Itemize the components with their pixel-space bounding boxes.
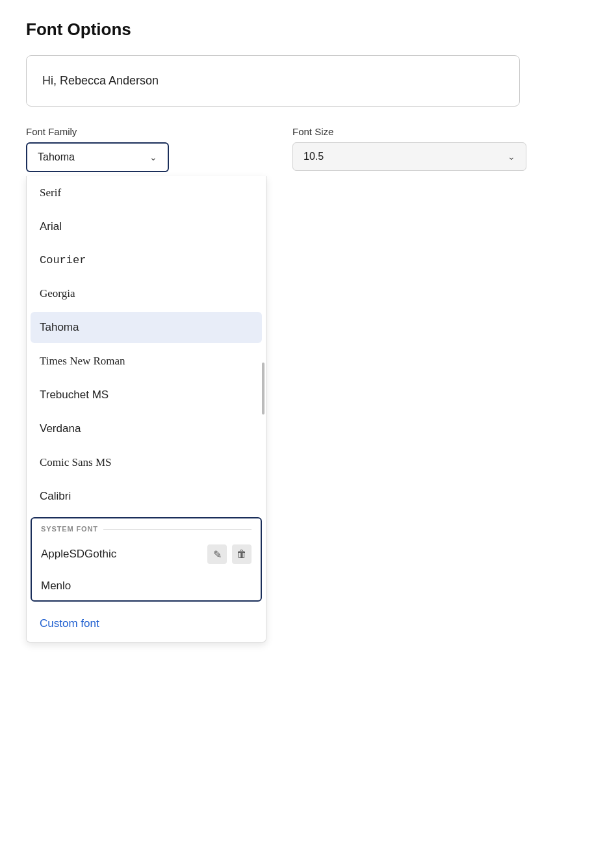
- font-option-arial[interactable]: Arial: [27, 210, 266, 244]
- chevron-down-icon-size: ⌄: [508, 151, 515, 162]
- system-font-name-menlo: Menlo: [41, 580, 252, 593]
- edit-font-button-applesd[interactable]: ✎: [207, 544, 227, 564]
- font-size-select[interactable]: 10.5 ⌄: [292, 142, 526, 171]
- font-option-georgia[interactable]: Georgia: [27, 277, 266, 311]
- page-title: Font Options: [26, 19, 568, 40]
- controls-row: Font Family Tahoma ⌄ Serif Arial Courier…: [26, 126, 568, 643]
- font-family-select[interactable]: Tahoma ⌄: [26, 142, 169, 172]
- font-family-selected-value: Tahoma: [38, 151, 75, 163]
- font-size-label: Font Size: [292, 126, 526, 137]
- delete-font-button-applesd[interactable]: 🗑: [232, 544, 252, 564]
- trash-icon: 🗑: [237, 548, 247, 560]
- font-family-dropdown: Serif Arial Courier Georgia Tahoma Times…: [26, 176, 266, 643]
- font-option-tahoma[interactable]: Tahoma: [31, 312, 262, 343]
- system-font-item-menlo[interactable]: Menlo: [32, 572, 261, 600]
- custom-font-option[interactable]: Custom font: [27, 606, 266, 642]
- font-option-trebuchet-ms[interactable]: Trebuchet MS: [27, 378, 266, 412]
- font-size-group: Font Size 10.5 ⌄: [292, 126, 526, 171]
- font-option-times-new-roman[interactable]: Times New Roman: [27, 344, 266, 378]
- font-size-selected-value: 10.5: [303, 151, 324, 162]
- font-family-label: Font Family: [26, 126, 266, 137]
- font-size-display[interactable]: 10.5 ⌄: [293, 143, 526, 170]
- font-option-calibri[interactable]: Calibri: [27, 479, 266, 513]
- font-option-serif[interactable]: Serif: [27, 176, 266, 210]
- scrollbar[interactable]: [262, 363, 265, 415]
- font-family-group: Font Family Tahoma ⌄ Serif Arial Courier…: [26, 126, 266, 643]
- preview-box: Hi, Rebecca Anderson: [26, 55, 520, 107]
- system-font-header: SYSTEM FONT: [32, 518, 261, 537]
- system-font-section: SYSTEM FONT AppleSDGothic ✎ 🗑 Menlo: [31, 517, 262, 602]
- chevron-down-icon: ⌄: [149, 152, 157, 162]
- edit-icon: ✎: [213, 548, 222, 561]
- font-family-display[interactable]: Tahoma ⌄: [27, 144, 168, 171]
- system-font-name-applesd: AppleSDGothic: [41, 548, 202, 561]
- font-option-courier[interactable]: Courier: [27, 244, 266, 277]
- system-font-item-applesd[interactable]: AppleSDGothic ✎ 🗑: [32, 537, 261, 572]
- font-option-verdana[interactable]: Verdana: [27, 412, 266, 446]
- font-option-comic-sans-ms[interactable]: Comic Sans MS: [27, 446, 266, 479]
